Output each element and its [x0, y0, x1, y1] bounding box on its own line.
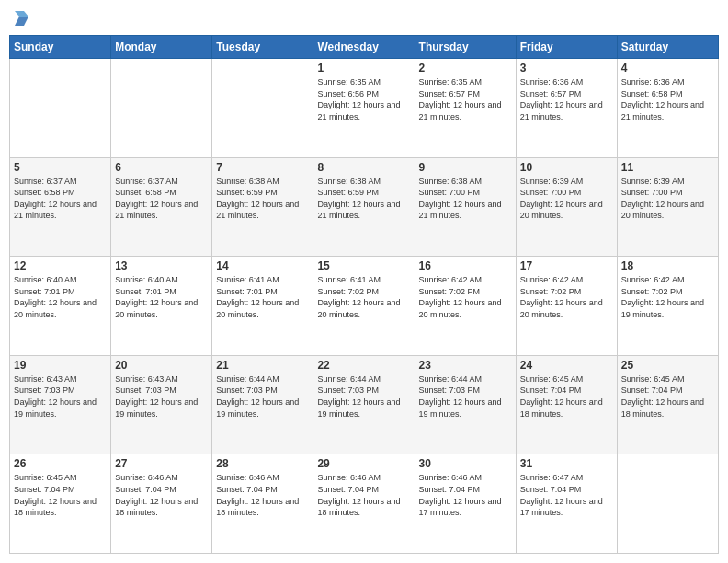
calendar-table: SundayMondayTuesdayWednesdayThursdayFrid…	[9, 35, 719, 554]
day-info: Sunrise: 6:44 AM Sunset: 7:03 PM Dayligh…	[419, 373, 512, 419]
day-number: 16	[419, 259, 512, 272]
day-info: Sunrise: 6:35 AM Sunset: 6:56 PM Dayligh…	[317, 76, 410, 122]
calendar-cell: 8Sunrise: 6:38 AM Sunset: 6:59 PM Daylig…	[313, 157, 415, 257]
calendar-cell: 4Sunrise: 6:36 AM Sunset: 6:58 PM Daylig…	[617, 59, 718, 158]
day-number: 31	[520, 457, 613, 470]
calendar-cell: 5Sunrise: 6:37 AM Sunset: 6:58 PM Daylig…	[10, 157, 111, 257]
day-number: 10	[520, 161, 613, 174]
calendar-cell: 10Sunrise: 6:39 AM Sunset: 7:00 PM Dayli…	[516, 157, 617, 257]
day-info: Sunrise: 6:43 AM Sunset: 7:03 PM Dayligh…	[115, 373, 208, 419]
calendar-cell	[212, 59, 313, 158]
day-info: Sunrise: 6:39 AM Sunset: 7:00 PM Dayligh…	[520, 176, 613, 222]
calendar-cell: 2Sunrise: 6:35 AM Sunset: 6:57 PM Daylig…	[415, 59, 516, 158]
day-info: Sunrise: 6:44 AM Sunset: 7:03 PM Dayligh…	[216, 373, 309, 419]
day-info: Sunrise: 6:44 AM Sunset: 7:03 PM Dayligh…	[317, 373, 410, 419]
day-info: Sunrise: 6:37 AM Sunset: 6:58 PM Dayligh…	[14, 176, 107, 222]
day-number: 6	[115, 161, 208, 174]
day-info: Sunrise: 6:45 AM Sunset: 7:04 PM Dayligh…	[14, 472, 107, 518]
day-info: Sunrise: 6:42 AM Sunset: 7:02 PM Dayligh…	[621, 274, 714, 320]
calendar-cell: 16Sunrise: 6:42 AM Sunset: 7:02 PM Dayli…	[415, 257, 516, 356]
day-number: 5	[14, 161, 107, 174]
day-number: 15	[317, 259, 410, 272]
calendar-cell: 3Sunrise: 6:36 AM Sunset: 6:57 PM Daylig…	[516, 59, 617, 158]
weekday-header-wednesday: Wednesday	[313, 36, 415, 59]
day-number: 19	[14, 359, 107, 372]
day-number: 8	[317, 161, 410, 174]
calendar-cell	[617, 454, 718, 554]
day-number: 30	[419, 457, 512, 470]
day-info: Sunrise: 6:39 AM Sunset: 7:00 PM Dayligh…	[621, 176, 714, 222]
weekday-header-row: SundayMondayTuesdayWednesdayThursdayFrid…	[10, 36, 719, 59]
day-number: 13	[115, 259, 208, 272]
day-number: 14	[216, 259, 309, 272]
day-number: 28	[216, 457, 309, 470]
day-info: Sunrise: 6:38 AM Sunset: 6:59 PM Dayligh…	[216, 176, 309, 222]
day-info: Sunrise: 6:46 AM Sunset: 7:04 PM Dayligh…	[216, 472, 309, 518]
page: SundayMondayTuesdayWednesdayThursdayFrid…	[0, 0, 728, 563]
weekday-header-saturday: Saturday	[617, 36, 718, 59]
day-info: Sunrise: 6:47 AM Sunset: 7:04 PM Dayligh…	[520, 472, 613, 518]
calendar-cell: 28Sunrise: 6:46 AM Sunset: 7:04 PM Dayli…	[212, 454, 313, 554]
day-number: 20	[115, 359, 208, 372]
week-row-4: 19Sunrise: 6:43 AM Sunset: 7:03 PM Dayli…	[10, 355, 719, 454]
calendar-cell: 13Sunrise: 6:40 AM Sunset: 7:01 PM Dayli…	[111, 257, 212, 356]
calendar-cell: 19Sunrise: 6:43 AM Sunset: 7:03 PM Dayli…	[10, 355, 111, 454]
day-number: 12	[14, 259, 107, 272]
day-info: Sunrise: 6:42 AM Sunset: 7:02 PM Dayligh…	[520, 274, 613, 320]
day-number: 25	[621, 359, 714, 372]
day-info: Sunrise: 6:45 AM Sunset: 7:04 PM Dayligh…	[520, 373, 613, 419]
weekday-header-monday: Monday	[111, 36, 212, 59]
day-number: 21	[216, 359, 309, 372]
day-number: 1	[317, 62, 410, 75]
calendar-cell: 24Sunrise: 6:45 AM Sunset: 7:04 PM Dayli…	[516, 355, 617, 454]
calendar-cell: 25Sunrise: 6:45 AM Sunset: 7:04 PM Dayli…	[617, 355, 718, 454]
calendar-cell: 30Sunrise: 6:46 AM Sunset: 7:04 PM Dayli…	[415, 454, 516, 554]
calendar-cell: 15Sunrise: 6:41 AM Sunset: 7:02 PM Dayli…	[313, 257, 415, 356]
day-number: 23	[419, 359, 512, 372]
day-number: 11	[621, 161, 714, 174]
logo	[9, 9, 31, 29]
calendar-cell: 26Sunrise: 6:45 AM Sunset: 7:04 PM Dayli…	[10, 454, 111, 554]
day-info: Sunrise: 6:35 AM Sunset: 6:57 PM Dayligh…	[419, 76, 512, 122]
day-info: Sunrise: 6:40 AM Sunset: 7:01 PM Dayligh…	[115, 274, 208, 320]
day-number: 24	[520, 359, 613, 372]
day-number: 29	[317, 457, 410, 470]
svg-marker-1	[15, 11, 28, 17]
day-info: Sunrise: 6:41 AM Sunset: 7:02 PM Dayligh…	[317, 274, 410, 320]
day-number: 3	[520, 62, 613, 75]
weekday-header-friday: Friday	[516, 36, 617, 59]
day-info: Sunrise: 6:36 AM Sunset: 6:57 PM Dayligh…	[520, 76, 613, 122]
weekday-header-tuesday: Tuesday	[212, 36, 313, 59]
day-info: Sunrise: 6:46 AM Sunset: 7:04 PM Dayligh…	[115, 472, 208, 518]
calendar-cell: 12Sunrise: 6:40 AM Sunset: 7:01 PM Dayli…	[10, 257, 111, 356]
day-info: Sunrise: 6:46 AM Sunset: 7:04 PM Dayligh…	[419, 472, 512, 518]
day-number: 17	[520, 259, 613, 272]
calendar-cell: 11Sunrise: 6:39 AM Sunset: 7:00 PM Dayli…	[617, 157, 718, 257]
calendar-cell: 31Sunrise: 6:47 AM Sunset: 7:04 PM Dayli…	[516, 454, 617, 554]
calendar-cell: 27Sunrise: 6:46 AM Sunset: 7:04 PM Dayli…	[111, 454, 212, 554]
header	[9, 9, 719, 29]
day-number: 22	[317, 359, 410, 372]
day-number: 18	[621, 259, 714, 272]
day-info: Sunrise: 6:38 AM Sunset: 7:00 PM Dayligh…	[419, 176, 512, 222]
calendar-cell: 6Sunrise: 6:37 AM Sunset: 6:58 PM Daylig…	[111, 157, 212, 257]
day-number: 26	[14, 457, 107, 470]
week-row-1: 1Sunrise: 6:35 AM Sunset: 6:56 PM Daylig…	[10, 59, 719, 158]
day-number: 4	[621, 62, 714, 75]
calendar-cell: 23Sunrise: 6:44 AM Sunset: 7:03 PM Dayli…	[415, 355, 516, 454]
calendar-cell: 14Sunrise: 6:41 AM Sunset: 7:01 PM Dayli…	[212, 257, 313, 356]
day-info: Sunrise: 6:43 AM Sunset: 7:03 PM Dayligh…	[14, 373, 107, 419]
calendar-cell	[111, 59, 212, 158]
day-number: 9	[419, 161, 512, 174]
weekday-header-thursday: Thursday	[415, 36, 516, 59]
calendar-cell	[10, 59, 111, 158]
calendar-cell: 1Sunrise: 6:35 AM Sunset: 6:56 PM Daylig…	[313, 59, 415, 158]
week-row-2: 5Sunrise: 6:37 AM Sunset: 6:58 PM Daylig…	[10, 157, 719, 257]
day-info: Sunrise: 6:37 AM Sunset: 6:58 PM Dayligh…	[115, 176, 208, 222]
week-row-3: 12Sunrise: 6:40 AM Sunset: 7:01 PM Dayli…	[10, 257, 719, 356]
week-row-5: 26Sunrise: 6:45 AM Sunset: 7:04 PM Dayli…	[10, 454, 719, 554]
logo-icon	[11, 9, 31, 29]
weekday-header-sunday: Sunday	[10, 36, 111, 59]
day-info: Sunrise: 6:46 AM Sunset: 7:04 PM Dayligh…	[317, 472, 410, 518]
calendar-cell: 21Sunrise: 6:44 AM Sunset: 7:03 PM Dayli…	[212, 355, 313, 454]
